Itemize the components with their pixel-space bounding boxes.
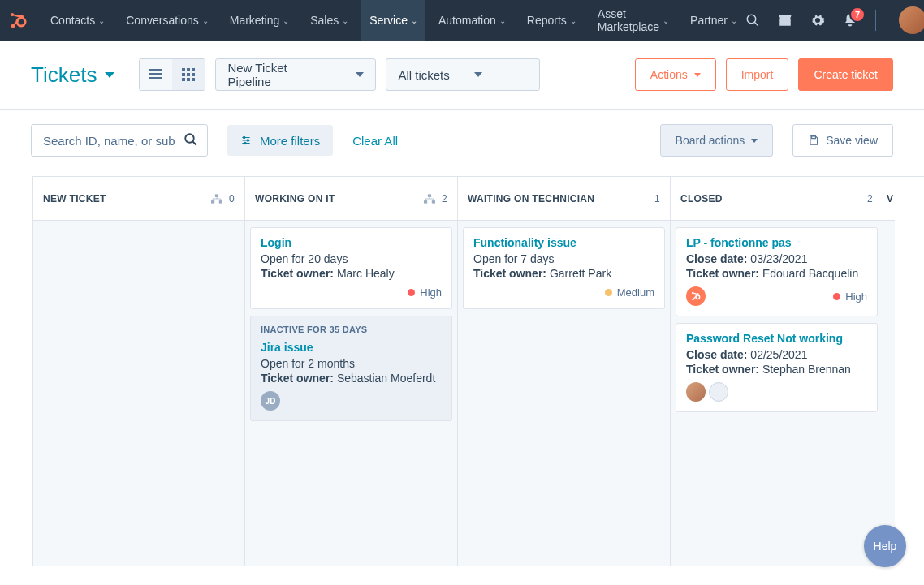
search-icon[interactable] xyxy=(184,132,198,147)
nav-reports[interactable]: Reports⌄ xyxy=(519,0,585,41)
column-header[interactable]: WORKING ON IT 2 xyxy=(245,177,457,221)
svg-rect-23 xyxy=(215,194,218,197)
svg-point-4 xyxy=(747,15,756,24)
search-input[interactable] xyxy=(31,124,208,157)
svg-rect-13 xyxy=(187,73,190,76)
ticket-open-duration: Open for 7 days xyxy=(473,252,654,265)
settings-gear-icon[interactable] xyxy=(810,13,825,28)
svg-rect-8 xyxy=(149,77,162,79)
chevron-down-icon: ⌄ xyxy=(202,16,209,25)
owner-label: Ticket owner: xyxy=(686,267,759,280)
more-filters-button[interactable]: More filters xyxy=(227,125,333,156)
column-body[interactable]: Login Open for 20 days Ticket owner: Mar… xyxy=(245,221,457,566)
page-title: Tickets xyxy=(31,62,97,88)
help-label: Help xyxy=(874,540,897,553)
column-count: 2 xyxy=(867,193,873,204)
button-label: Import xyxy=(741,68,774,81)
search-wrapper xyxy=(31,124,208,157)
svg-rect-27 xyxy=(424,200,427,204)
nav-service[interactable]: Service⌄ xyxy=(361,0,425,41)
save-view-button[interactable]: Save view xyxy=(792,124,893,157)
board-actions-button[interactable]: Board actions xyxy=(660,124,774,157)
column-body[interactable]: LP - fonctionne pas Close date: 03/23/20… xyxy=(671,221,883,566)
svg-rect-10 xyxy=(187,68,190,71)
pipeline-select[interactable]: New Ticket Pipeline xyxy=(215,58,376,91)
ticket-owner: Edouard Bacquelin xyxy=(762,267,858,280)
caret-down-icon xyxy=(356,72,364,77)
select-value: New Ticket Pipeline xyxy=(227,61,331,88)
nav-marketing[interactable]: Marketing⌄ xyxy=(222,0,297,41)
svg-rect-24 xyxy=(211,200,214,204)
ticket-title[interactable]: LP - fonctionne pas xyxy=(686,236,867,249)
marketplace-icon[interactable] xyxy=(778,13,792,28)
chevron-down-icon: ⌄ xyxy=(98,16,105,25)
ticket-title[interactable]: Jira issue xyxy=(261,341,442,354)
ticket-title[interactable]: Password Reset Not working xyxy=(686,332,867,345)
ticket-title[interactable]: Functionality issue xyxy=(473,236,654,249)
close-date-label: Close date: xyxy=(686,252,747,265)
board-view-button[interactable] xyxy=(172,59,205,90)
avatar-chip[interactable] xyxy=(709,382,728,402)
ticket-card[interactable]: Password Reset Not working Close date: 0… xyxy=(676,323,878,412)
svg-rect-11 xyxy=(192,68,195,71)
help-button[interactable]: Help xyxy=(864,525,906,567)
create-ticket-button[interactable]: Create ticket xyxy=(798,58,893,91)
nav-conversations[interactable]: Conversations⌄ xyxy=(118,0,217,41)
search-icon[interactable] xyxy=(745,13,760,28)
caret-down-icon xyxy=(751,139,758,143)
priority-label: High xyxy=(845,290,867,303)
svg-rect-22 xyxy=(812,136,816,139)
notification-count-badge: 7 xyxy=(849,6,866,23)
priority-label: Medium xyxy=(617,286,654,299)
column-title: WAITING ON TECHNICIAN xyxy=(468,193,594,204)
hubspot-chip-icon[interactable] xyxy=(686,286,706,306)
column-header[interactable]: WAITING ON TECHNICIAN 1 xyxy=(458,177,670,221)
ticket-card[interactable]: Login Open for 20 days Ticket owner: Mar… xyxy=(250,227,452,309)
ticket-title[interactable]: Login xyxy=(261,236,442,249)
sliders-icon xyxy=(240,135,252,146)
ticket-owner: Stephan Brennan xyxy=(762,363,851,376)
nav-contacts[interactable]: Contacts⌄ xyxy=(42,0,113,41)
nav-automation[interactable]: Automation⌄ xyxy=(430,0,514,41)
hubspot-logo[interactable] xyxy=(8,9,28,32)
column-body[interactable]: Functionality issue Open for 7 days Tick… xyxy=(458,221,670,566)
svg-rect-15 xyxy=(182,78,185,81)
object-type-selector[interactable]: Tickets xyxy=(31,62,114,88)
nav-partner[interactable]: Partner⌄ xyxy=(682,0,745,41)
column-header[interactable]: CLOSED 2 xyxy=(671,177,883,221)
svg-point-21 xyxy=(244,142,246,144)
nav-sales[interactable]: Sales⌄ xyxy=(302,0,356,41)
ticket-card[interactable]: Functionality issue Open for 7 days Tick… xyxy=(463,227,665,309)
caret-down-icon xyxy=(694,73,701,77)
ticket-card[interactable]: LP - fonctionne pas Close date: 03/23/20… xyxy=(676,227,878,316)
avatar-chip[interactable] xyxy=(686,382,706,402)
actions-button[interactable]: Actions xyxy=(635,58,716,91)
button-label: Board actions xyxy=(676,134,745,147)
board-column-working-on-it: WORKING ON IT 2 Login Open for 20 days T… xyxy=(245,177,458,566)
column-header[interactable]: NEW TICKET 0 xyxy=(33,177,244,221)
clear-all-link[interactable]: Clear All xyxy=(352,134,398,148)
notifications-bell[interactable]: 7 xyxy=(843,13,857,28)
user-avatar[interactable] xyxy=(899,6,924,34)
view-filter-select[interactable]: All tickets xyxy=(386,58,540,91)
button-label: Create ticket xyxy=(814,68,878,81)
column-count: 2 xyxy=(442,193,447,204)
ticket-card[interactable]: INACTIVE FOR 35 DAYS Jira issue Open for… xyxy=(250,316,452,421)
column-body[interactable] xyxy=(33,221,244,566)
chevron-down-icon: ⌄ xyxy=(499,16,506,25)
import-button[interactable]: Import xyxy=(726,58,789,91)
button-label: Actions xyxy=(650,68,688,81)
nav-asset-marketplace[interactable]: Asset Marketplace⌄ xyxy=(589,0,677,41)
svg-rect-6 xyxy=(149,69,162,71)
nav-label: Asset Marketplace xyxy=(598,7,659,33)
nav-label: Sales xyxy=(310,14,339,27)
avatar-chip-row xyxy=(686,382,728,402)
list-view-button[interactable] xyxy=(140,59,172,90)
nav-label: Reports xyxy=(527,14,567,27)
nav-label: Marketing xyxy=(230,14,279,27)
nav-label: Partner xyxy=(690,14,728,27)
nav-label: Contacts xyxy=(50,14,95,27)
avatar-chip[interactable]: JD xyxy=(261,391,280,411)
svg-rect-16 xyxy=(187,78,190,81)
separator xyxy=(875,10,876,31)
